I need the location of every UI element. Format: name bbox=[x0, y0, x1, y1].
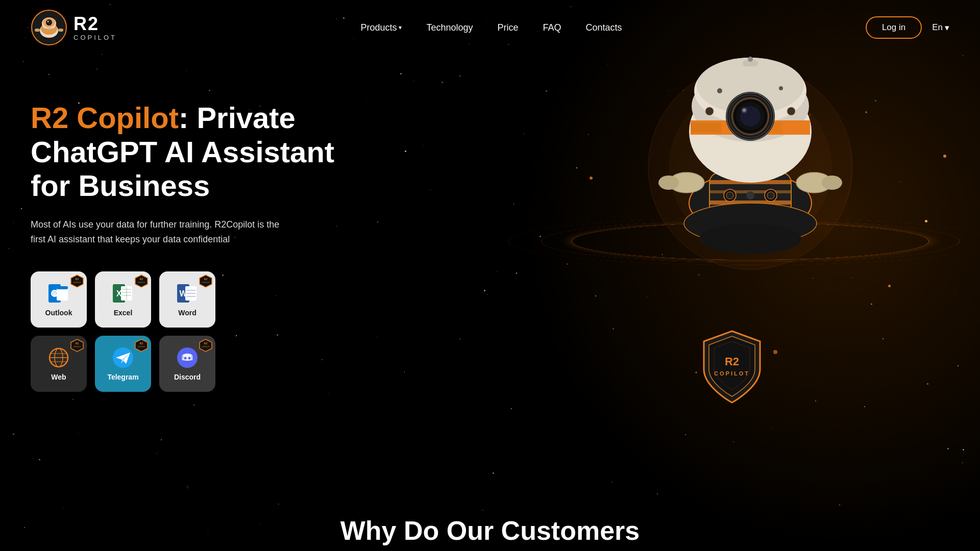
nav-contacts[interactable]: Contacts bbox=[586, 22, 622, 33]
hero-robot-illustration: R2 COPILOT bbox=[521, 24, 980, 458]
svg-rect-17 bbox=[57, 286, 68, 289]
app-card-discord[interactable]: R2 COPILOT Discord bbox=[159, 336, 215, 392]
svg-text:O: O bbox=[53, 292, 56, 296]
web-icon bbox=[47, 346, 70, 369]
svg-marker-40 bbox=[71, 339, 83, 352]
header: R2 COPILOT Products ▾ Technology Price F… bbox=[0, 0, 980, 55]
svg-marker-31 bbox=[200, 275, 212, 287]
nav-products[interactable]: Products ▾ bbox=[360, 22, 402, 33]
svg-text:R2: R2 bbox=[76, 342, 79, 345]
chevron-down-icon: ▾ bbox=[399, 24, 402, 31]
app-grid: R2 COPILOT O Outlook R2 bbox=[31, 271, 378, 392]
r2-badge-icon: R2 COPILOT bbox=[70, 339, 84, 352]
svg-point-67 bbox=[726, 192, 733, 199]
svg-text:R2: R2 bbox=[140, 278, 143, 281]
login-button[interactable]: Log in bbox=[866, 16, 922, 39]
svg-point-68 bbox=[746, 191, 754, 199]
svg-rect-9 bbox=[42, 31, 56, 32]
app-card-telegram[interactable]: R2 COPILOT Telegram bbox=[95, 336, 151, 392]
language-selector[interactable]: En ▾ bbox=[932, 22, 949, 33]
why-title: Why Do Our Customers bbox=[340, 515, 640, 546]
nav-price[interactable]: Price bbox=[498, 22, 519, 33]
excel-icon: X bbox=[112, 282, 134, 305]
svg-text:R2: R2 bbox=[725, 355, 739, 368]
svg-text:COPILOT: COPILOT bbox=[202, 346, 210, 348]
app-label-word: Word bbox=[178, 309, 197, 317]
svg-text:COPILOT: COPILOT bbox=[137, 282, 145, 284]
telegram-icon bbox=[112, 346, 134, 369]
svg-point-89 bbox=[787, 107, 795, 115]
svg-text:X: X bbox=[116, 289, 122, 298]
app-label-web: Web bbox=[51, 373, 66, 381]
svg-point-56 bbox=[184, 357, 187, 359]
nav-faq[interactable]: FAQ bbox=[543, 22, 561, 33]
main-nav: Products ▾ Technology Price FAQ Contacts bbox=[360, 22, 622, 33]
svg-point-7 bbox=[47, 21, 49, 22]
logo[interactable]: R2 COPILOT bbox=[31, 9, 117, 46]
app-label-outlook: Outlook bbox=[45, 309, 72, 317]
r2-badge-icon: R2 COPILOT bbox=[135, 339, 148, 352]
svg-point-57 bbox=[188, 357, 191, 359]
r2-badge-icon: R2 COPILOT bbox=[135, 274, 148, 288]
svg-rect-11 bbox=[58, 29, 63, 32]
app-card-word[interactable]: R2 COPILOT W Word bbox=[159, 271, 215, 328]
svg-text:COPILOT: COPILOT bbox=[714, 370, 750, 377]
svg-point-70 bbox=[767, 192, 774, 199]
svg-point-99 bbox=[699, 223, 801, 254]
hero-section: R2 Copilot: Private ChatGPT AI Assistant… bbox=[0, 55, 980, 422]
svg-rect-10 bbox=[35, 29, 40, 32]
svg-point-95 bbox=[658, 176, 679, 190]
word-icon: W bbox=[176, 282, 199, 305]
svg-point-88 bbox=[705, 107, 714, 115]
svg-text:COPILOT: COPILOT bbox=[73, 282, 81, 284]
outlook-icon: O bbox=[47, 282, 70, 305]
hero-content: R2 Copilot: Private ChatGPT AI Assistant… bbox=[31, 86, 378, 392]
logo-copilot-text: COPILOT bbox=[74, 34, 117, 41]
svg-rect-75 bbox=[691, 122, 721, 133]
svg-point-97 bbox=[822, 176, 842, 190]
svg-point-85 bbox=[743, 109, 746, 112]
chevron-down-icon: ▾ bbox=[945, 22, 949, 33]
svg-point-93 bbox=[748, 57, 753, 62]
svg-text:R2: R2 bbox=[204, 278, 208, 281]
logo-text: R2 COPILOT bbox=[74, 15, 117, 41]
r2-badge-icon: R2 COPILOT bbox=[70, 274, 84, 288]
svg-marker-21 bbox=[135, 275, 148, 287]
logo-robot-icon bbox=[31, 9, 67, 46]
nav-technology[interactable]: Technology bbox=[426, 22, 473, 33]
header-right: Log in En ▾ bbox=[866, 16, 949, 39]
app-label-telegram: Telegram bbox=[107, 373, 138, 381]
app-label-excel: Excel bbox=[114, 309, 133, 317]
discord-icon bbox=[176, 346, 199, 369]
app-card-outlook[interactable]: R2 COPILOT O Outlook bbox=[31, 271, 87, 328]
svg-text:COPILOT: COPILOT bbox=[73, 346, 81, 348]
hero-description: Most of AIs use your data for further tr… bbox=[31, 217, 296, 247]
shield-icon: R2 COPILOT bbox=[699, 329, 765, 405]
svg-marker-52 bbox=[200, 339, 212, 352]
svg-point-91 bbox=[779, 86, 783, 90]
svg-text:COPILOT: COPILOT bbox=[202, 282, 210, 284]
svg-text:R2: R2 bbox=[204, 342, 208, 345]
svg-text:R2: R2 bbox=[140, 342, 143, 345]
svg-point-90 bbox=[717, 88, 722, 93]
app-card-excel[interactable]: R2 COPILOT X Excel bbox=[95, 271, 151, 328]
svg-marker-12 bbox=[71, 275, 83, 287]
r2-badge-icon: R2 COPILOT bbox=[199, 274, 212, 288]
hero-title: R2 Copilot: Private ChatGPT AI Assistant… bbox=[31, 101, 378, 203]
why-section-teaser: Why Do Our Customers bbox=[340, 515, 640, 546]
r2-badge-icon: R2 COPILOT bbox=[199, 339, 212, 352]
app-card-web[interactable]: R2 COPILOT Web bbox=[31, 336, 87, 392]
robot-shield-badge: R2 COPILOT bbox=[699, 329, 765, 407]
svg-text:R2: R2 bbox=[76, 278, 79, 281]
svg-rect-8 bbox=[42, 28, 56, 30]
svg-marker-48 bbox=[135, 339, 148, 352]
logo-r2-text: R2 bbox=[74, 15, 117, 33]
svg-text:COPILOT: COPILOT bbox=[137, 346, 145, 348]
app-label-discord: Discord bbox=[174, 373, 201, 381]
robot-svg bbox=[618, 40, 883, 336]
